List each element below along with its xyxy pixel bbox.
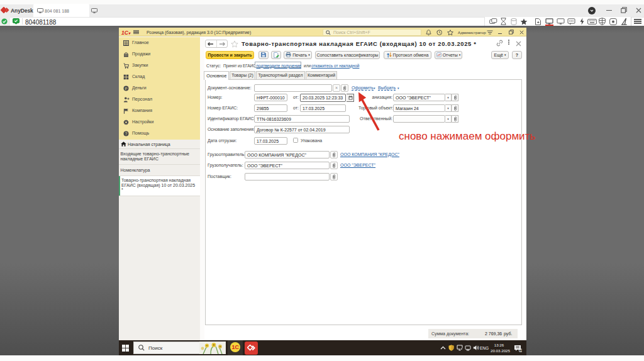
svg-text:?: ?: [125, 131, 128, 135]
svg-text:P: P: [125, 86, 127, 90]
svg-text:5: 5: [520, 349, 522, 352]
